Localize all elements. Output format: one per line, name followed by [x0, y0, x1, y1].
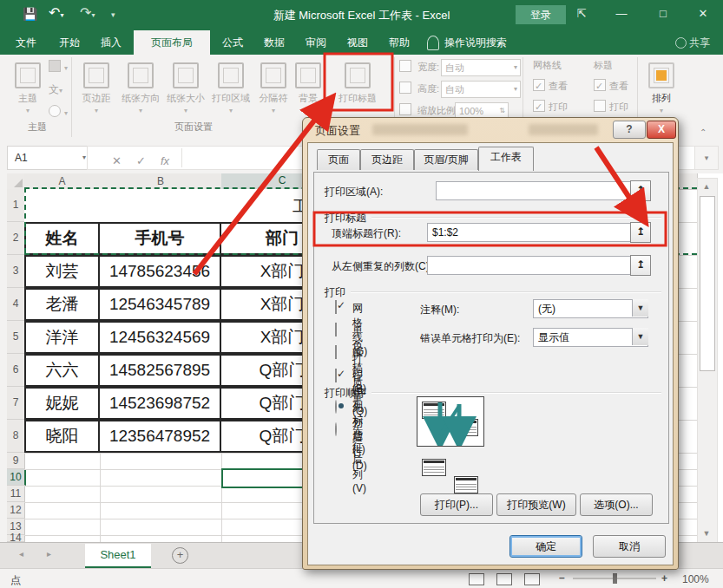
scrollbar-thumb[interactable]	[700, 196, 715, 371]
formula-bar-expand-icon[interactable]: ▾	[694, 146, 719, 170]
row-header-3[interactable]: 3	[7, 255, 25, 288]
row-header-8[interactable]: 8	[7, 420, 25, 453]
page-break-view-icon[interactable]	[524, 573, 540, 585]
sheet-nav-left-icon[interactable]: ◂	[19, 549, 23, 559]
tab-home[interactable]: 开始	[50, 30, 89, 55]
scroll-down-icon[interactable]: ▼	[698, 529, 715, 538]
headings-view-checkbox[interactable]: 查看	[594, 77, 628, 95]
print-area-collapse-icon[interactable]: ↥	[630, 180, 651, 201]
comments-dropdown-caret-icon[interactable]: ▼	[632, 299, 648, 317]
dialog-close-button[interactable]: X	[647, 121, 676, 139]
data-cell[interactable]: 12456324569	[98, 321, 221, 354]
row-header-2[interactable]: 2	[7, 222, 25, 255]
collapse-ribbon-icon[interactable]: ⌃	[700, 127, 707, 137]
gridlines-view-checkbox[interactable]: 查看	[533, 77, 568, 95]
merged-title-cell[interactable]: 工	[24, 189, 343, 224]
row-header-1[interactable]: 1	[7, 189, 25, 222]
data-cell[interactable]: 刘芸	[24, 255, 100, 288]
data-cell[interactable]: 14523698752	[98, 387, 221, 420]
dialog-tab-header-footer[interactable]: 页眉/页脚	[414, 149, 478, 170]
print-preview-button[interactable]: 打印预览(W)	[496, 493, 576, 516]
data-cell[interactable]: 晓阳	[24, 420, 100, 453]
dialog-tab-sheet[interactable]: 工作表	[478, 147, 534, 171]
gridlines-checkbox[interactable]: 网格线(G)	[335, 301, 337, 313]
errors-dropdown[interactable]: 显示值▼	[533, 328, 648, 347]
draft-checkbox[interactable]: 草稿质量(Q)	[335, 346, 337, 358]
close-icon[interactable]: ✕	[694, 7, 712, 20]
save-icon[interactable]: 💾	[23, 7, 37, 21]
data-cell[interactable]: 妮妮	[24, 387, 100, 420]
down-then-over-radio[interactable]: 先列后行(D)	[335, 401, 337, 413]
bw-checkbox[interactable]: 单色打印(B)	[335, 323, 337, 336]
left-cols-collapse-icon[interactable]: ↥	[630, 255, 651, 276]
header-cell-name[interactable]: 姓名	[24, 222, 100, 255]
vertical-scrollbar[interactable]: ▲ ▼	[697, 178, 718, 544]
print-button[interactable]: 打印(P)...	[420, 493, 493, 516]
redo-icon[interactable]: ↷▾	[80, 4, 95, 21]
headings-print-checkbox[interactable]: 打印	[594, 98, 628, 115]
over-then-down-radio[interactable]: 先行后列(V)	[335, 423, 337, 435]
width-combo[interactable]: 自动▾	[441, 59, 521, 76]
scroll-up-icon[interactable]: ▲	[698, 182, 715, 191]
dialog-help-button[interactable]: ?	[613, 121, 646, 139]
tab-formulas[interactable]: 公式	[214, 30, 252, 55]
tab-review[interactable]: 审阅	[297, 30, 335, 55]
zoom-in-icon[interactable]: +	[661, 572, 667, 585]
data-cell[interactable]: 12546345789	[98, 288, 221, 321]
undo-icon[interactable]: ↶▾	[49, 4, 63, 21]
row-header-14[interactable]: 14	[7, 535, 25, 542]
tab-data[interactable]: 数据	[255, 30, 293, 55]
data-cell[interactable]: 14582567895	[98, 354, 221, 387]
maximize-icon[interactable]: □	[654, 7, 672, 20]
row-header-5[interactable]: 5	[7, 321, 25, 354]
row-header-9[interactable]: 9	[7, 453, 25, 469]
row-header-11[interactable]: 11	[7, 486, 25, 502]
add-sheet-icon[interactable]: +	[172, 547, 188, 564]
header-cell-phone[interactable]: 手机号	[98, 222, 221, 255]
qat-customize-icon[interactable]: ▾	[111, 10, 115, 19]
dialog-tab-margins[interactable]: 页边距	[360, 149, 414, 170]
top-rows-field[interactable]: $1:$2	[427, 223, 633, 242]
tab-insert[interactable]: 插入	[92, 30, 130, 55]
zoom-slider[interactable]	[573, 578, 656, 579]
comments-dropdown[interactable]: (无)▼	[533, 299, 648, 318]
dialog-tab-page[interactable]: 页面	[317, 149, 360, 170]
normal-view-icon[interactable]	[469, 573, 484, 585]
ok-button[interactable]: 确定	[509, 535, 582, 558]
cancel-entry-icon[interactable]: ✕	[112, 154, 122, 167]
tab-page-layout[interactable]: 页面布局	[134, 30, 210, 55]
zoom-out-icon[interactable]: –	[559, 572, 565, 584]
row-header-6[interactable]: 6	[7, 354, 25, 387]
zoom-slider-thumb[interactable]	[613, 573, 617, 584]
tab-view[interactable]: 视图	[338, 30, 377, 55]
sheet-nav-right-icon[interactable]: ▸	[47, 549, 51, 559]
select-all-corner[interactable]	[7, 173, 25, 190]
share-button[interactable]: 共享	[689, 30, 720, 55]
row-col-headings-checkbox[interactable]: 行和列标题(L)	[335, 369, 337, 382]
insert-function-icon[interactable]: fx	[161, 154, 169, 167]
print-area-field[interactable]	[436, 181, 633, 200]
theme-effects-button[interactable]: ▾	[49, 105, 68, 118]
data-cell[interactable]: 六六	[24, 354, 100, 387]
ribbon-display-options-icon[interactable]: ⇱	[573, 7, 590, 20]
gridlines-print-checkbox[interactable]: 打印	[533, 98, 568, 115]
row-header-4[interactable]: 4	[7, 288, 25, 321]
errors-dropdown-caret-icon[interactable]: ▼	[632, 328, 648, 345]
data-cell[interactable]: 洋洋	[24, 321, 100, 354]
row-header-12[interactable]: 12	[7, 502, 25, 519]
theme-fonts-button[interactable]: 文▾	[49, 82, 62, 97]
login-button[interactable]: 登录	[516, 5, 566, 24]
cancel-button[interactable]: 取消	[593, 535, 666, 558]
row-header-7[interactable]: 7	[7, 387, 25, 420]
minimize-icon[interactable]: ―	[613, 7, 630, 20]
data-cell[interactable]: 14785623456	[98, 255, 221, 288]
options-button[interactable]: 选项(O)...	[580, 493, 653, 516]
tab-help[interactable]: 帮助	[380, 30, 418, 55]
row-header-10[interactable]: 10	[7, 469, 26, 486]
height-combo[interactable]: 自动▾	[441, 81, 521, 98]
left-cols-field[interactable]	[427, 256, 633, 275]
data-cell[interactable]: 12356478952	[98, 420, 221, 453]
tab-file[interactable]: 文件	[9, 30, 43, 55]
tell-me-search[interactable]: 操作说明搜索	[444, 30, 523, 55]
sheet-tab-sheet1[interactable]: Sheet1	[85, 544, 151, 569]
